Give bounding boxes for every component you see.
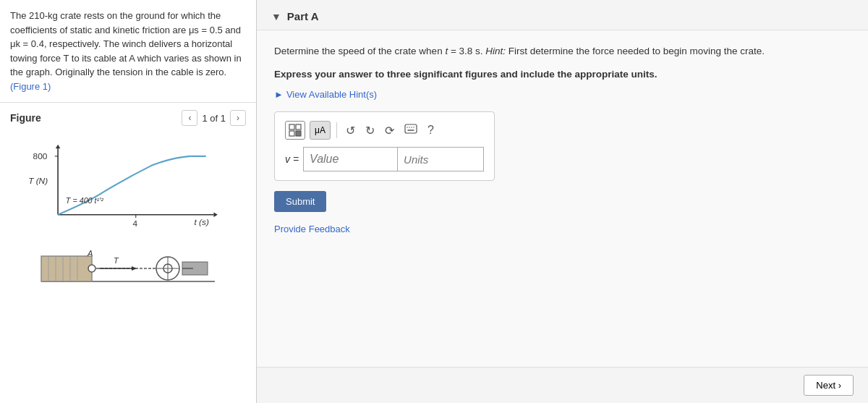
svg-marker-11 [56, 145, 60, 148]
figure-link[interactable]: (Figure 1) [10, 81, 51, 92]
svg-text:4: 4 [132, 219, 137, 229]
svg-rect-32 [296, 124, 301, 130]
figure-area: Figure ‹ 1 of 1 › T (N) t (s) 800 [0, 103, 256, 403]
figure-nav: Figure ‹ 1 of 1 › [10, 110, 246, 126]
svg-text:T (N): T (N) [28, 176, 48, 186]
hint-text: Hint: [485, 46, 506, 56]
svg-rect-13 [41, 256, 92, 281]
prev-figure-button[interactable]: ‹ [182, 110, 197, 126]
left-panel: The 210-kg crate rests on the ground for… [0, 0, 257, 403]
matrix-icon[interactable] [285, 121, 305, 140]
graph-svg: T (N) t (s) 800 4 T = 400 t¹′² [27, 140, 229, 234]
express-text: Express your answer to three significant… [274, 67, 851, 82]
svg-rect-33 [289, 131, 294, 136]
part-content: Determine the speed of the crate when t … [257, 30, 868, 247]
hint-arrow-icon: ► [274, 89, 284, 100]
svg-text:800: 800 [33, 151, 48, 161]
t-var: t [445, 46, 448, 56]
svg-text:T: T [114, 256, 119, 265]
next-figure-button[interactable]: › [230, 110, 246, 126]
reset-button[interactable]: ⟳ [382, 122, 397, 139]
value-row: v = [285, 147, 484, 171]
svg-marker-23 [132, 266, 137, 271]
figure-label: Figure [10, 112, 41, 124]
value-input[interactable] [303, 147, 397, 171]
svg-text:A: A [87, 249, 93, 258]
help-button[interactable]: ? [425, 122, 437, 138]
svg-point-20 [88, 265, 95, 272]
svg-rect-35 [405, 124, 417, 133]
mu-button[interactable]: μA [310, 121, 331, 140]
hint-link[interactable]: ► View Available Hint(s) [274, 89, 851, 100]
redo-button[interactable]: ↻ [362, 122, 378, 139]
next-button[interactable]: Next › [804, 375, 854, 396]
part-title: Part A [287, 10, 319, 22]
part-header: ▼ Part A [257, 0, 868, 30]
part-collapse-arrow[interactable]: ▼ [271, 11, 281, 22]
answer-box: μA ↺ ↻ ⟳ ? [274, 111, 495, 181]
figure-page: 1 of 1 [202, 113, 226, 124]
svg-text:T = 400 t¹′²: T = 400 t¹′² [66, 196, 103, 205]
v-label: v = [285, 153, 299, 165]
keyboard-button[interactable] [401, 122, 420, 138]
svg-rect-34 [296, 131, 301, 136]
submit-button[interactable]: Submit [274, 191, 326, 212]
svg-rect-31 [289, 124, 294, 130]
feedback-link[interactable]: Provide Feedback [274, 224, 350, 234]
figure-nav-controls: ‹ 1 of 1 › [182, 110, 246, 126]
right-panel: ▼ Part A Determine the speed of the crat… [257, 0, 868, 403]
diagram-svg: A T [34, 242, 222, 289]
diagram-container: A T [10, 242, 246, 289]
hint-link-label: View Available Hint(s) [286, 89, 377, 100]
question-text: Determine the speed of the crate when t … [274, 43, 851, 59]
problem-statement: The 210-kg crate rests on the ground for… [0, 0, 256, 103]
graph-container: T (N) t (s) 800 4 T = 400 t¹′² [27, 140, 229, 234]
units-input[interactable] [397, 147, 484, 171]
bottom-bar: Next › [257, 367, 868, 403]
problem-text-content: The 210-kg crate rests on the ground for… [10, 10, 242, 77]
svg-marker-10 [213, 212, 217, 216]
undo-button[interactable]: ↺ [343, 122, 358, 139]
svg-text:t (s): t (s) [195, 217, 209, 227]
toolbar: μA ↺ ↻ ⟳ ? [285, 121, 484, 140]
toolbar-separator [336, 122, 337, 138]
